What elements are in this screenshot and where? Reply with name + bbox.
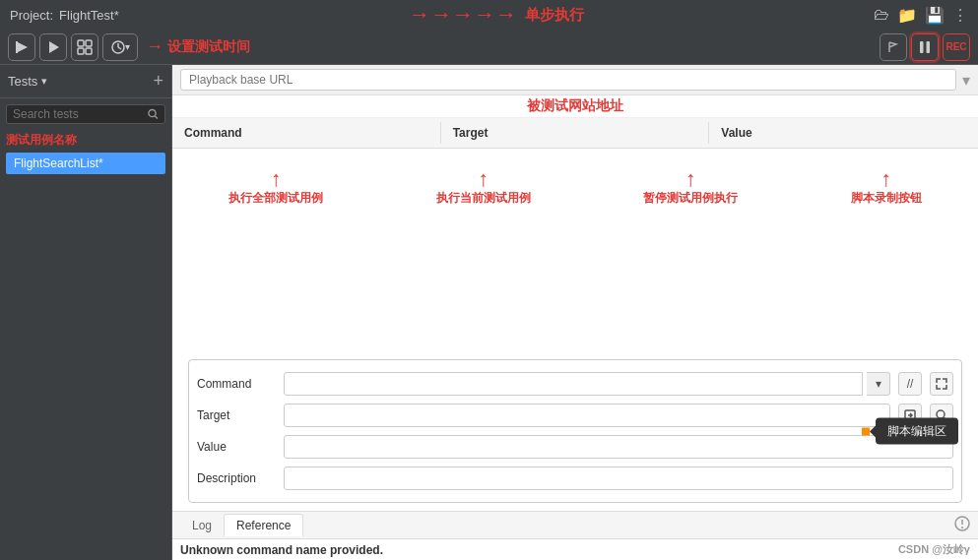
- project-label: Project:: [10, 8, 53, 23]
- arrow-dan-bu: →→→→→: [409, 2, 517, 28]
- toolbar-annotation: → 设置测试时间: [146, 36, 250, 57]
- script-editor-annotation: 脚本编辑区: [862, 418, 958, 445]
- table-body: ↑ 执行全部测试用例 ↑ 执行当前测试用例 ↑ 暂停测试用例执行 ↑ 脚本录制按…: [172, 149, 978, 351]
- svg-line-13: [155, 116, 158, 119]
- ann-run-current: ↑ 执行当前测试用例: [436, 168, 531, 207]
- bottom-right-icon: [954, 516, 970, 534]
- label-she-zhi: 设置测试时间: [167, 38, 250, 56]
- table-annotations: ↑ 执行全部测试用例 ↑ 执行当前测试用例 ↑ 暂停测试用例执行 ↑ 脚本录制按…: [172, 149, 978, 207]
- target-input-group: [284, 404, 890, 427]
- toolbar-left: ▾ → 设置测试时间: [8, 33, 876, 61]
- description-input[interactable]: [284, 467, 953, 490]
- toolbar: ▾ → 设置测试时间 REC: [0, 30, 978, 65]
- test-item-flightsearchlist[interactable]: FlightSearchList*: [6, 153, 165, 174]
- value-label: Value: [197, 440, 276, 454]
- app-wrapper: Project: FlightTest* →→→→→ 单步执行 🗁 📁 💾 ⋮: [0, 0, 978, 560]
- search-box[interactable]: [6, 104, 165, 124]
- script-editor-tooltip: 脚本编辑区: [876, 418, 958, 445]
- description-label: Description: [197, 471, 276, 485]
- search-input[interactable]: [13, 107, 144, 121]
- run-all-button[interactable]: [8, 33, 35, 61]
- sidebar-header-left: Tests ▾: [8, 74, 47, 89]
- target-row: Target: [197, 400, 953, 431]
- table-header: Command Target Value: [172, 118, 978, 149]
- col-command: Command: [172, 122, 441, 144]
- flag-button[interactable]: [880, 33, 907, 61]
- target-label: Target: [197, 408, 276, 422]
- command-label: Command: [197, 377, 276, 391]
- svg-rect-10: [920, 41, 924, 53]
- script-editor-wrapper: Command ▾ // Ta: [172, 351, 978, 511]
- tab-reference[interactable]: Reference: [224, 514, 303, 536]
- ann-pause: ↑ 暂停测试用例执行: [643, 168, 738, 207]
- folder-icon[interactable]: 📁: [897, 6, 917, 25]
- url-annotation: 被测试网站地址: [172, 95, 978, 118]
- dropdown-arrow[interactable]: ▾: [41, 75, 47, 88]
- command-expand-btn[interactable]: [930, 372, 953, 396]
- search-icon: [148, 108, 159, 120]
- command-input-group: ▾: [284, 372, 890, 396]
- more-icon[interactable]: ⋮: [952, 6, 968, 25]
- rec-label: REC: [945, 41, 966, 52]
- orange-dot: [862, 427, 870, 435]
- bottom-tabs: Log Reference: [172, 511, 978, 538]
- url-bar: ▾: [172, 65, 978, 95]
- content-area: ▾ 被测试网站地址 Command Target Value ↑ 执行全部测试用…: [172, 65, 978, 560]
- pause-button[interactable]: [911, 33, 939, 61]
- svg-line-9: [118, 47, 121, 49]
- test-name-annotation: 测试用例名称: [0, 130, 171, 151]
- title-annotation: →→→→→ 单步执行: [119, 2, 874, 28]
- title-bar-right: 🗁 📁 💾 ⋮: [874, 6, 968, 25]
- svg-rect-5: [78, 48, 84, 54]
- script-editor: Command ▾ // Ta: [188, 359, 962, 503]
- svg-rect-3: [78, 40, 84, 46]
- col-target: Target: [441, 122, 710, 144]
- project-name: FlightTest*: [59, 8, 119, 23]
- save-icon[interactable]: 💾: [925, 6, 945, 25]
- ann-run-all: ↑ 执行全部测试用例: [228, 168, 323, 207]
- status-message: Unknown command name provided.: [180, 543, 383, 557]
- target-input[interactable]: [284, 404, 890, 427]
- tab-log[interactable]: Log: [180, 515, 224, 536]
- run-current-button[interactable]: [39, 33, 67, 61]
- sidebar: Tests ▾ + 测试用例名称 FlightSearchList*: [0, 65, 172, 560]
- ann-rec: ↑ 脚本录制按钮: [851, 168, 922, 207]
- step-button[interactable]: [71, 33, 98, 61]
- tooltip-arrow: [870, 425, 876, 437]
- url-input[interactable]: [180, 69, 956, 91]
- csdn-credit: CSDN @汝岭γ: [898, 542, 970, 557]
- toolbar-right: REC: [880, 33, 970, 61]
- svg-point-12: [149, 110, 156, 117]
- description-row: Description: [197, 463, 953, 494]
- label-dan-bu: 单步执行: [525, 6, 584, 25]
- rec-button[interactable]: REC: [943, 33, 970, 61]
- tests-label: Tests: [8, 74, 37, 89]
- command-row: Command ▾ //: [197, 368, 953, 400]
- main-area: Tests ▾ + 测试用例名称 FlightSearchList*: [0, 65, 978, 560]
- svg-marker-2: [49, 41, 59, 53]
- col-value: Value: [709, 122, 978, 144]
- new-folder-icon[interactable]: 🗁: [874, 6, 889, 24]
- title-bar: Project: FlightTest* →→→→→ 单步执行 🗁 📁 💾 ⋮: [0, 0, 978, 30]
- sidebar-header: Tests ▾ +: [0, 65, 171, 98]
- command-dropdown-btn[interactable]: ▾: [867, 372, 890, 396]
- status-bar: Unknown command name provided. CSDN @汝岭γ: [172, 538, 978, 560]
- value-input[interactable]: [284, 435, 953, 459]
- command-comment-btn[interactable]: //: [898, 372, 922, 396]
- value-row: Value: [197, 431, 953, 463]
- command-input[interactable]: [284, 372, 863, 396]
- svg-rect-6: [86, 48, 92, 54]
- timer-button[interactable]: ▾: [102, 33, 138, 61]
- add-test-button[interactable]: +: [153, 71, 163, 92]
- svg-rect-11: [927, 41, 931, 53]
- title-bar-left: Project: FlightTest*: [10, 8, 119, 23]
- url-dropdown-icon[interactable]: ▾: [962, 71, 970, 90]
- svg-rect-4: [86, 40, 92, 46]
- svg-point-19: [961, 527, 963, 529]
